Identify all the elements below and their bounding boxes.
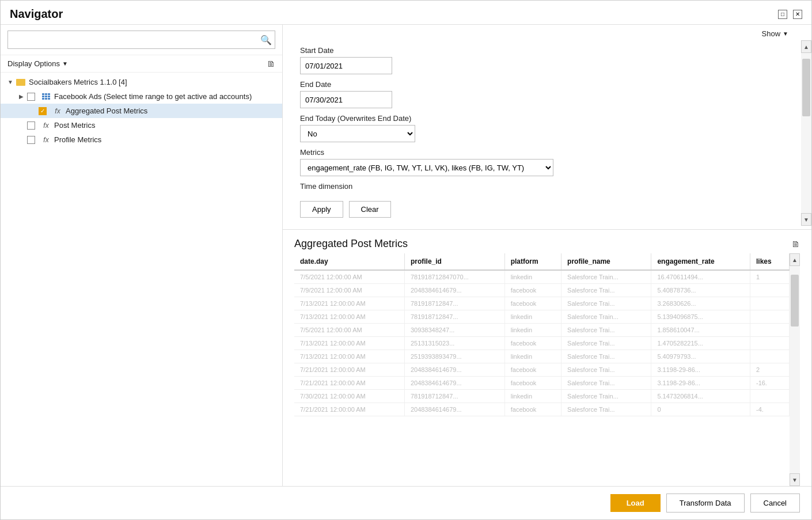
tree-item-aggregated-post-metrics[interactable]: fx Aggregated Post Metrics — [1, 104, 282, 118]
search-input-wrap: 🔍 — [7, 31, 275, 49]
checkbox-icon-profile-metrics — [27, 136, 35, 144]
end-today-select[interactable]: No Yes — [300, 125, 415, 142]
metrics-label: Metrics — [300, 148, 784, 157]
table-scroll-up[interactable]: ▲ — [790, 253, 800, 266]
table-cell — [750, 310, 789, 324]
table-cell: 5.1473206814... — [651, 390, 750, 403]
table-cell: 7/5/2021 12:00:00 AM — [294, 324, 404, 337]
table-icon-facebook-ads — [41, 93, 51, 101]
table-cell: 5.40979793... — [651, 350, 750, 363]
table-row: 7/5/2021 12:00:00 AM781918712847070...li… — [294, 270, 790, 284]
table-cell: Salesforce Trai... — [561, 350, 651, 363]
close-button[interactable]: ✕ — [793, 10, 802, 19]
folder-icon — [16, 78, 26, 86]
table-cell — [750, 324, 789, 337]
table-row: 7/5/2021 12:00:00 AM30938348247...linked… — [294, 324, 790, 337]
tree-label-aggregated: Aggregated Post Metrics — [66, 107, 147, 115]
tree-item-post-metrics[interactable]: fx Post Metrics — [1, 118, 282, 132]
table-export-button[interactable]: 🗎 — [791, 239, 800, 249]
transform-data-button[interactable]: Transform Data — [666, 494, 745, 513]
right-scrollbar-top: ▲ ▼ — [801, 40, 811, 226]
end-date-field: End Date — [300, 80, 784, 108]
table-row: 7/13/2021 12:00:00 AM781918712847...link… — [294, 310, 790, 324]
fx-icon-aggregated: fx — [52, 107, 63, 115]
search-input[interactable] — [7, 31, 275, 49]
table-scroll-thumb[interactable] — [791, 275, 799, 327]
expand-arrow-socialbakers: ▼ — [7, 79, 16, 85]
table-preview-title: Aggregated Post Metrics — [294, 238, 408, 250]
scroll-down-arrow-top[interactable]: ▼ — [801, 213, 811, 226]
navigator-window: Navigator □ ✕ 🔍 Display Options ▼ — [0, 0, 812, 520]
table-cell — [750, 297, 789, 310]
table-cell: Salesforce Trai... — [561, 337, 651, 350]
table-row: 7/13/2021 12:00:00 AM2519393893479...lin… — [294, 350, 790, 363]
table-scroll-down[interactable]: ▼ — [790, 473, 800, 486]
table-cell: 1.4705282215... — [651, 337, 750, 350]
table-cell: 781918712847... — [404, 310, 504, 324]
table-header-row: date.day profile_id platform profile_nam… — [294, 253, 790, 270]
table-cell: 1 — [750, 270, 789, 284]
metrics-field: Metrics engagement_rate (FB, IG, TW, YT,… — [300, 148, 784, 176]
start-date-input[interactable] — [300, 57, 392, 74]
scroll-track-top — [801, 53, 811, 213]
tree-area: ▼ Socialbakers Metrics 1.1.0 [4] ▶ — [1, 73, 282, 486]
table-cell: Salesforce Trai... — [561, 284, 651, 297]
checkbox-post-metrics[interactable] — [27, 122, 38, 130]
table-cell: 7/21/2021 12:00:00 AM — [294, 403, 404, 416]
left-panel: 🔍 Display Options ▼ 🗎 ▼ Soci — [1, 25, 283, 486]
checkbox-icon-post-metrics — [27, 122, 35, 130]
window-title: Navigator — [10, 7, 63, 21]
tree-item-socialbakers[interactable]: ▼ Socialbakers Metrics 1.1.0 [4] — [1, 75, 282, 89]
table-cell: Salesforce Trai... — [561, 297, 651, 310]
table-cell: 7/21/2021 12:00:00 AM — [294, 377, 404, 390]
search-icon[interactable]: 🔍 — [260, 35, 272, 45]
tree-item-facebook-ads[interactable]: ▶ Facebook Ads (Select time range to get… — [1, 89, 282, 104]
table-cell: 781918712847... — [404, 390, 504, 403]
divider — [283, 229, 811, 230]
tree-item-profile-metrics[interactable]: fx Profile Metrics — [1, 132, 282, 147]
checkbox-aggregated[interactable] — [39, 107, 50, 115]
table-cell: 2519393893479... — [404, 350, 504, 363]
end-today-field: End Today (Overwrites End Date) No Yes — [300, 114, 784, 142]
tree-label-post-metrics: Post Metrics — [54, 121, 96, 130]
time-dimension-field: Time dimension — [300, 182, 784, 193]
show-button[interactable]: Show ▼ — [762, 29, 788, 38]
table-row: 7/21/2021 12:00:00 AM2048384614679...fac… — [294, 403, 790, 416]
table-cell: 2048384614679... — [404, 284, 504, 297]
table-cell: linkedin — [504, 390, 561, 403]
btn-row: Apply Clear — [300, 199, 784, 220]
table-cell: facebook — [504, 403, 561, 416]
apply-button[interactable]: Apply — [300, 201, 343, 218]
data-table: date.day profile_id platform profile_nam… — [294, 253, 790, 416]
table-cell: linkedin — [504, 270, 561, 284]
table-row: 7/21/2021 12:00:00 AM2048384614679...fac… — [294, 363, 790, 377]
restore-button[interactable]: □ — [778, 10, 787, 19]
table-cell: 7/13/2021 12:00:00 AM — [294, 297, 404, 310]
table-cell: 7/9/2021 12:00:00 AM — [294, 284, 404, 297]
scroll-up-arrow-top[interactable]: ▲ — [801, 40, 811, 53]
export-icon[interactable]: 🗎 — [267, 59, 275, 69]
metrics-select[interactable]: engagement_rate (FB, IG, TW, YT, LI, VK)… — [300, 159, 553, 176]
bottom-bar: Load Transform Data Cancel — [1, 486, 811, 519]
scroll-thumb-top[interactable] — [802, 59, 810, 116]
table-cell — [750, 284, 789, 297]
end-today-label: End Today (Overwrites End Date) — [300, 114, 784, 123]
table-row: 7/9/2021 12:00:00 AM2048384614679...face… — [294, 284, 790, 297]
checkbox-profile-metrics[interactable] — [27, 136, 38, 144]
table-cell — [750, 350, 789, 363]
end-date-input[interactable] — [300, 91, 392, 108]
table-cell: facebook — [504, 337, 561, 350]
col-header-platform: platform — [504, 253, 561, 270]
load-button[interactable]: Load — [610, 494, 661, 512]
table-cell: Salesforce Trai... — [561, 324, 651, 337]
col-header-engagement-rate: engagement_rate — [651, 253, 750, 270]
cancel-button[interactable]: Cancel — [750, 494, 800, 513]
display-options-button[interactable]: Display Options ▼ — [7, 59, 68, 68]
clear-button[interactable]: Clear — [349, 201, 391, 218]
table-row: 7/13/2021 12:00:00 AM781918712847...face… — [294, 297, 790, 310]
table-cell: 7/30/2021 12:00:00 AM — [294, 390, 404, 403]
checkbox-facebook-ads[interactable] — [27, 93, 38, 101]
table-cell: linkedin — [504, 350, 561, 363]
end-date-label: End Date — [300, 80, 784, 89]
table-row: 7/13/2021 12:00:00 AM25131315023...faceb… — [294, 337, 790, 350]
